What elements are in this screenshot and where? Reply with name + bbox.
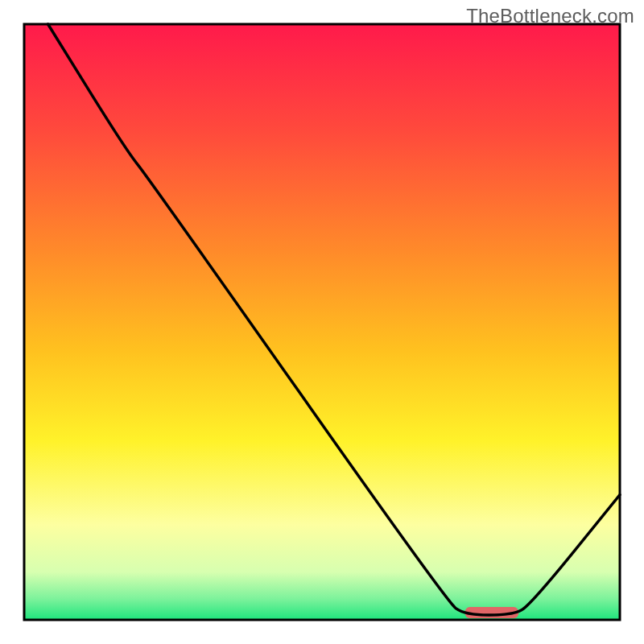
bottleneck-chart — [0, 0, 644, 644]
plot-background — [24, 24, 620, 620]
